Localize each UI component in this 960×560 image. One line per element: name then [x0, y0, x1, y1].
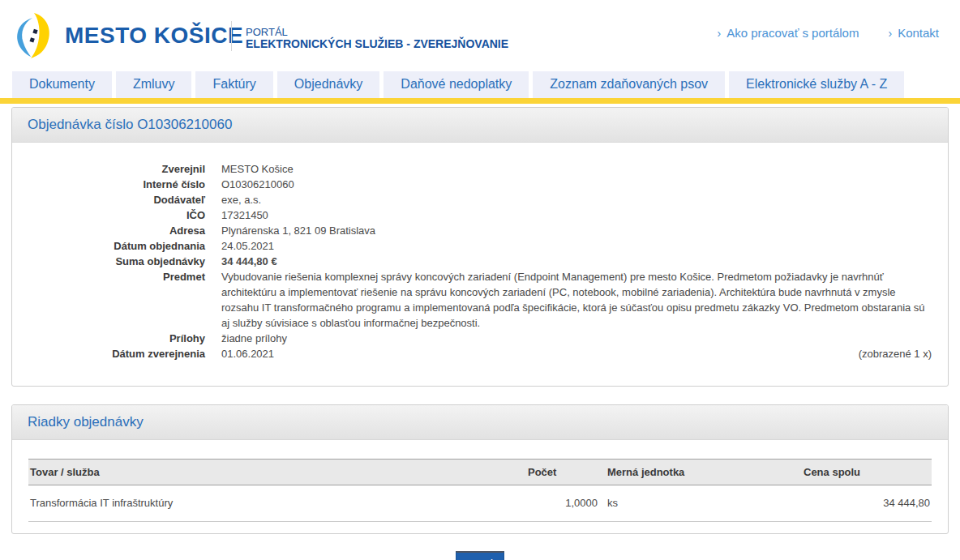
field-label: Predmet [28, 269, 205, 331]
field-label: IČO [28, 207, 205, 223]
field-value: exe, a.s. [221, 192, 932, 207]
accent-divider-bar [0, 98, 960, 104]
field-label: Zverejnil [28, 161, 205, 177]
portal-subtitle-line2: ELEKTRONICKÝCH SLUŽIEB - ZVEREJŇOVANIE [246, 38, 508, 50]
cell-quantity: 1,0000 [526, 485, 599, 522]
field-value: žiadne prílohy [221, 331, 932, 346]
field-label: Suma objednávky [28, 254, 205, 269]
field-row-zverejnil: Zverejnil MESTO Košice [28, 161, 932, 177]
tab-zmluvy[interactable]: Zmluvy [116, 71, 192, 98]
field-label: Dodávateľ [28, 192, 205, 207]
back-button-row: Späť [11, 534, 949, 560]
main-content: Objednávka číslo O10306210060 Zverejnil … [0, 104, 960, 560]
link-how-to-use-portal-label: Ako pracovať s portálom [726, 26, 859, 40]
chevron-right-icon: › [718, 27, 722, 40]
field-row-predmet: Predmet Vybudovanie riešenia komplexnej … [28, 269, 932, 331]
tab-elektronicke-sluzby-az[interactable]: Elektronické služby A - Z [729, 71, 904, 98]
field-label: Interné číslo [28, 177, 205, 192]
views-count-note: (zobrazené 1 x) [842, 346, 932, 361]
field-row-datum-objednania: Dátum objednania 24.05.2021 [28, 238, 932, 254]
col-header-tovar-sluzba: Tovar / služba [28, 460, 526, 485]
kosice-logo-icon [13, 12, 54, 59]
order-lines-table: Tovar / služba Počet Merná jednotka Cena… [28, 459, 932, 522]
field-row-interne-cislo: Interné číslo O10306210060 [28, 177, 932, 192]
tab-zoznam-zdanovanych-psov[interactable]: Zoznam zdaňovaných psov [533, 71, 725, 98]
table-row: Transformácia IT infraštruktúry 1,0000 k… [28, 485, 932, 522]
field-row-prilohy: Prílohy žiadne prílohy [28, 331, 932, 346]
col-header-pocet: Počet [526, 460, 599, 485]
field-row-adresa: Adresa Plynárenska 1, 821 09 Bratislava [28, 223, 932, 238]
field-row-datum-zverejnenia: Dátum zverejnenia 01.06.2021 (zobrazené … [28, 346, 932, 361]
field-value: O10306210060 [221, 177, 932, 192]
field-value: 24.05.2021 [221, 238, 932, 254]
main-nav: Dokumenty Zmluvy Faktúry Objednávky Daňo… [0, 71, 960, 98]
site-header: MESTO KOŠICE PORTÁL ELEKTRONICKÝCH SLUŽI… [0, 0, 960, 71]
link-contact[interactable]: › Kontakt [888, 26, 939, 40]
portal-subtitle-line1: PORTÁL [246, 26, 508, 38]
order-total-value: 34 444,80 € [221, 254, 932, 269]
field-value: Plynárenska 1, 821 09 Bratislava [221, 223, 932, 238]
order-lines-panel: Riadky objednávky Tovar / služba Počet M… [11, 404, 949, 534]
cell-total-price: 34 444,80 [802, 485, 932, 522]
home-logo-link[interactable]: MESTO KOŠICE [13, 12, 243, 59]
field-value: Vybudovanie riešenia komplexnej správy k… [221, 269, 932, 331]
brand-name: MESTO KOŠICE [65, 23, 243, 49]
field-row-dodavatel: Dodávateľ exe, a.s. [28, 192, 932, 207]
link-how-to-use-portal[interactable]: › Ako pracovať s portálom [718, 26, 859, 40]
field-value: 17321450 [221, 207, 932, 223]
field-value: 01.06.2021 [221, 346, 842, 361]
cell-unit: ks [599, 485, 802, 522]
field-label: Dátum zverejnenia [28, 346, 205, 361]
order-detail-panel: Objednávka číslo O10306210060 Zverejnil … [11, 107, 949, 387]
tab-objednavky[interactable]: Objednávky [277, 71, 380, 98]
tab-dokumenty[interactable]: Dokumenty [12, 71, 112, 98]
header-divider [231, 21, 232, 51]
chevron-right-icon: › [888, 27, 892, 40]
order-lines-title: Riadky objednávky [12, 405, 948, 440]
cell-item-name: Transformácia IT infraštruktúry [28, 485, 526, 522]
tab-faktury[interactable]: Faktúry [195, 71, 272, 98]
field-label: Prílohy [28, 331, 205, 346]
col-header-merna-jednotka: Merná jednotka [599, 460, 802, 485]
field-row-ico: IČO 17321450 [28, 207, 932, 223]
tab-danove-nedoplatky[interactable]: Daňové nedoplatky [384, 71, 529, 98]
field-label: Adresa [28, 223, 205, 238]
field-row-suma-objednavky: Suma objednávky 34 444,80 € [28, 254, 932, 269]
portal-subtitle: PORTÁL ELEKTRONICKÝCH SLUŽIEB - ZVEREJŇO… [246, 26, 508, 50]
header-links: › Ako pracovať s portálom › Kontakt [718, 26, 939, 40]
col-header-cena-spolu: Cena spolu [802, 460, 932, 485]
link-contact-label: Kontakt [898, 26, 939, 40]
table-header-row: Tovar / služba Počet Merná jednotka Cena… [28, 460, 932, 485]
field-value: MESTO Košice [221, 161, 932, 177]
back-button[interactable]: Späť [456, 551, 504, 560]
order-detail-body: Zverejnil MESTO Košice Interné číslo O10… [12, 143, 948, 386]
field-label: Dátum objednania [28, 238, 205, 254]
order-detail-title: Objednávka číslo O10306210060 [12, 108, 948, 143]
order-lines-body: Tovar / služba Počet Merná jednotka Cena… [12, 440, 948, 533]
